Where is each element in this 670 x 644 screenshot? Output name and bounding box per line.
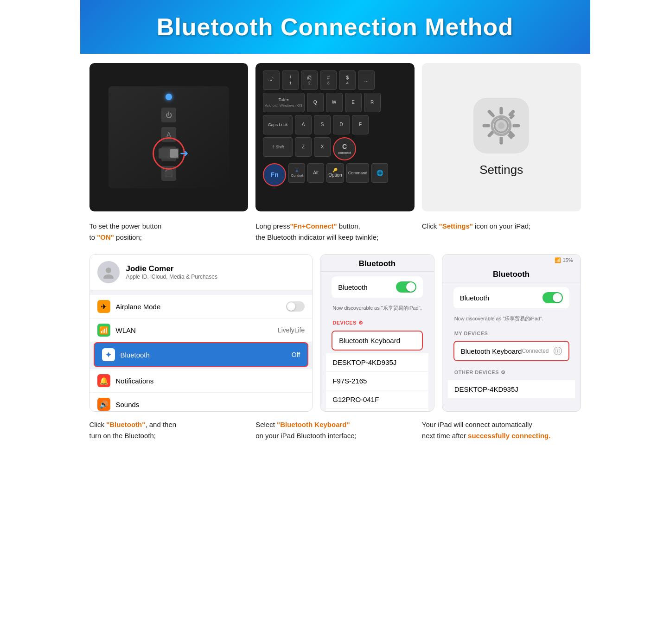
bt-connected-status: Connected: [522, 348, 549, 354]
bluetooth-icon: ✦: [102, 348, 115, 361]
image-row: ⏻ A ⬜ ⬛ ➜: [89, 63, 581, 211]
bt-keyboard-label: Bluetooth Keyboard: [339, 337, 400, 344]
caption-3-text: Click "Settings" icon on your iPad;: [422, 222, 530, 230]
bt-connected-toggle-row: Bluetooth: [453, 287, 569, 309]
caption-2-fn-connect: "Fn+Connect": [290, 222, 337, 230]
bt-device-g12pro[interactable]: G12PRO-041F: [326, 390, 428, 409]
key-option: 🔑 Option: [326, 163, 344, 183]
caption-2-text: Long press"Fn+Connect" button,the Blueto…: [255, 222, 378, 241]
panel-keyboard: ~` !1 @2 #3 $4 … Tab⇥ AndroidWindowsiOS: [255, 63, 415, 211]
bt-scan-body: Bluetooth: [332, 276, 422, 298]
ios-user-info: Jodie Comer Apple ID, iCloud, Media & Pu…: [126, 264, 217, 280]
bt-scan-toggle[interactable]: [396, 281, 416, 293]
bt-scan-label: Bluetooth: [338, 283, 367, 291]
arrow-right-icon: ➜: [180, 147, 188, 159]
bt-connected-body: Bluetooth: [453, 287, 569, 309]
user-name: Jodie Comer: [126, 264, 217, 274]
bt-keyboard-device[interactable]: Bluetooth Keyboard: [332, 332, 421, 350]
avatar-svg: [102, 266, 115, 279]
key-1: !1: [282, 70, 299, 90]
bt-connected-toggle[interactable]: [542, 292, 563, 303]
panel-device: ⏻ A ⬜ ⬛ ➜: [89, 63, 249, 211]
key-row-numbers: ~` !1 @2 #3 $4 …: [263, 70, 407, 90]
bt-connected-discoverable: Now discoverable as "乐享贸易的iPad".: [448, 313, 575, 326]
bt-connected-header: Bluetooth: [442, 265, 581, 282]
bt-device-mitv[interactable]: MiTV-1A34D: [326, 409, 428, 412]
settings-sounds[interactable]: 🔊 Sounds: [90, 393, 313, 412]
switch-circle-highlight: ➜: [153, 137, 185, 170]
ios-row: Jodie Comer Apple ID, iCloud, Media & Pu…: [89, 254, 581, 412]
key-row-qwer: Tab⇥ AndroidWindowsiOS Q W E R: [263, 93, 407, 112]
settings-icon-container: [473, 98, 529, 153]
bt-connected-keyboard[interactable]: Bluetooth Keyboard Connected ⓘ: [454, 342, 568, 360]
settings-notifications[interactable]: 🔔 Notifications: [90, 369, 313, 393]
bt-connected-desktop[interactable]: DESKTOP-4KD935J: [448, 380, 575, 399]
caption-3-settings: "Settings": [439, 222, 473, 230]
airplane-toggle[interactable]: [286, 301, 305, 312]
sounds-icon: 🔊: [97, 398, 110, 411]
settings-text-label: Settings: [479, 163, 523, 177]
main-content: ⏻ A ⬜ ⬛ ➜: [80, 54, 590, 451]
ios-bluetooth-scan-panel: Bluetooth Bluetooth Now discoverable as …: [320, 254, 434, 412]
bt-connected-keyboard-label: Bluetooth Keyboard: [461, 347, 522, 355]
key-command: Command: [346, 163, 370, 183]
bt-scan-section-header: DEVICES ⚙: [326, 315, 428, 328]
settings-airplane-mode[interactable]: ✈ Airplane Mode: [90, 295, 313, 319]
bt-scan-toggle-row: Bluetooth: [332, 276, 422, 298]
select-bt-keyboard-text: "Bluetooth Keyboard": [277, 421, 350, 428]
bt-other-devices: DESKTOP-4KD935J F97S-2165 G12PRO-041F Mi…: [326, 353, 428, 412]
key-2: @2: [301, 70, 318, 90]
key-z: Z: [295, 137, 312, 157]
bt-scan-discoverable: Now discoverable as "乐享贸易的iPad".: [326, 303, 428, 315]
bluetooth-label: Bluetooth: [121, 351, 150, 359]
keyboard-device-body: ⏻ A ⬜ ⬛ ➜: [108, 86, 229, 188]
bluetooth-value: Off: [292, 351, 300, 358]
key-row-zxc: ⇧Shift Z X C connect: [263, 137, 407, 160]
caption-1-on: "ON": [97, 233, 114, 241]
bt-device-f97s[interactable]: F97S-2165: [326, 372, 428, 390]
bt-connected-other-devices: DESKTOP-4KD935J: [448, 380, 575, 399]
key-tab: Tab⇥ AndroidWindowsiOS: [263, 93, 304, 112]
gear-svg: [480, 105, 522, 147]
ios-settings-list: ✈ Airplane Mode 📶 WLAN LivelyLife ✦ Blue…: [90, 290, 313, 412]
bottom-caption-2-text: Select "Bluetooth Keyboard"on your iPad …: [255, 421, 357, 440]
key-shift: ⇧Shift: [263, 137, 293, 157]
panel-settings: Settings: [422, 63, 581, 211]
bottom-caption-3-text: Your iPad will connect automaticallynext…: [422, 421, 551, 440]
power-icon: ⏻: [161, 108, 176, 122]
bt-device-desktop[interactable]: DESKTOP-4KD935J: [326, 353, 428, 372]
key-partial: …: [358, 70, 375, 90]
wlan-label: WLAN: [116, 326, 136, 334]
bt-connected-label: Bluetooth: [460, 294, 489, 302]
wlan-value: LivelyLife: [278, 326, 305, 334]
bt-connected-device-container: Bluetooth Keyboard Connected ⓘ: [453, 341, 569, 361]
settings-bluetooth[interactable]: ✦ Bluetooth Off: [94, 342, 309, 367]
key-e: E: [345, 93, 362, 112]
page-title: Bluetooth Connection Method: [89, 13, 581, 41]
key-c-connect: C connect: [333, 137, 356, 160]
key-alt: Alt: [307, 163, 324, 183]
key-fn: Fn: [263, 163, 286, 186]
led-indicator: [166, 94, 172, 100]
sounds-label: Sounds: [116, 401, 140, 408]
info-icon[interactable]: ⓘ: [554, 347, 562, 355]
bt-highlight-text: "Bluetooth": [106, 421, 145, 428]
key-q: Q: [307, 93, 324, 112]
switch-toggle: [159, 148, 179, 159]
key-row-asdf: Caps Lock A S D F: [263, 115, 407, 134]
switch-slider: [170, 149, 178, 158]
caption-1-line1: To set the power button: [89, 222, 162, 230]
notifications-icon: 🔔: [97, 374, 110, 387]
caption-1-line2: to "ON" position;: [89, 233, 142, 241]
bottom-caption-1: Click "Bluetooth", and thenturn on the B…: [89, 419, 249, 441]
airplane-label: Airplane Mode: [116, 303, 161, 311]
key-f: F: [352, 115, 369, 134]
settings-wlan[interactable]: 📶 WLAN LivelyLife: [90, 319, 313, 342]
key-w: W: [326, 93, 343, 112]
ios-settings-panel: Jodie Comer Apple ID, iCloud, Media & Pu…: [89, 254, 313, 412]
key-d: D: [333, 115, 350, 134]
wifi-status-icon: 📶 15%: [555, 257, 573, 263]
notifications-label: Notifications: [116, 377, 154, 385]
bt-my-devices-header: MY DEVICES: [448, 326, 575, 338]
bottom-caption-1-text: Click "Bluetooth", and thenturn on the B…: [89, 421, 177, 440]
